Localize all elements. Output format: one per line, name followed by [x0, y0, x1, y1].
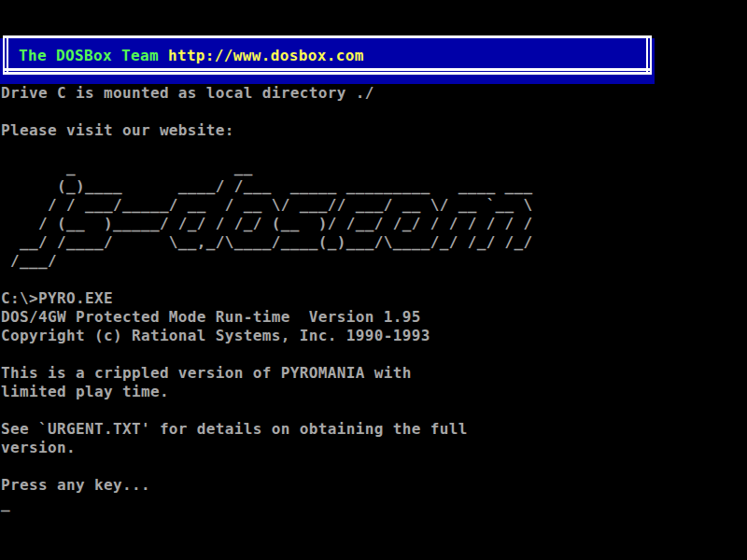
banner-border-left-inner: [7, 38, 8, 74]
crippled-notice-line2: limited play time.: [1, 383, 169, 401]
banner-border-bottom-outer: [3, 68, 652, 71]
banner-text: The DOSBox Team http://www.dosbox.com: [19, 47, 364, 65]
jsdos-ascii-logo: _ __ (_)____ ____/ /___ _____ _________ …: [1, 159, 533, 271]
dos4gw-copyright-line: Copyright (c) Rational Systems, Inc. 199…: [1, 327, 430, 345]
banner-border-right-inner: [646, 38, 648, 74]
command-prompt-line: C:\>PYRO.EXE: [1, 289, 113, 308]
mount-message: Drive C is mounted as local directory ./: [1, 84, 374, 103]
banner-url: http://www.dosbox.com: [168, 47, 364, 64]
press-any-key-message: Press any key...: [1, 476, 150, 495]
text-cursor: _: [1, 495, 10, 513]
urgent-notice-line1: See `URGENT.TXT' for details on obtainin…: [1, 420, 468, 439]
crippled-notice-line1: This is a crippled version of PYROMANIA …: [1, 364, 412, 383]
urgent-notice-line2: version.: [1, 439, 76, 457]
website-prompt: Please visit our website:: [1, 121, 234, 140]
dos4gw-runtime-line: DOS/4GW Protected Mode Run-time Version …: [1, 308, 421, 327]
banner-border-top: [3, 35, 652, 38]
banner-border-right-outer: [650, 38, 652, 74]
banner-team-label: The DOSBox Team: [19, 47, 168, 64]
banner-border-bottom-inner: [3, 72, 652, 75]
banner-border-left-outer: [3, 38, 5, 74]
dos-terminal-screen[interactable]: The DOSBox Team http://www.dosbox.com Dr…: [0, 0, 747, 560]
